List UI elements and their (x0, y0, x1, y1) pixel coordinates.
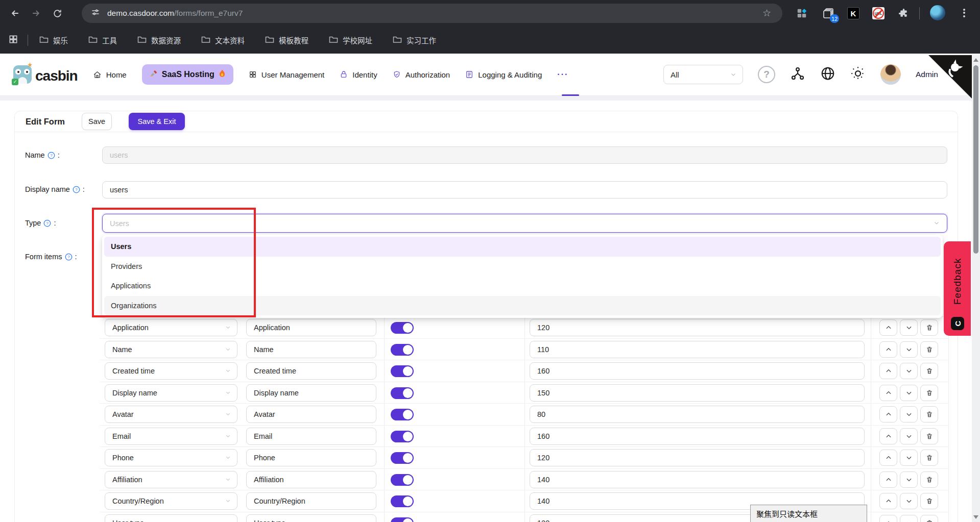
url-blocker-extension-icon[interactable]: URL (871, 6, 886, 20)
delete-button[interactable] (920, 341, 938, 358)
reload-icon[interactable] (49, 5, 65, 21)
question-circle-icon[interactable]: ? (43, 219, 51, 227)
item-name-select[interactable]: Display name (105, 384, 237, 402)
width-input[interactable]: 120 (530, 449, 865, 466)
save-exit-button[interactable]: Save & Exit (129, 113, 185, 130)
nav-item-logging-auditing[interactable]: Logging & Auditing (465, 70, 542, 79)
item-name-select[interactable]: Phone (105, 449, 237, 466)
item-name-select[interactable]: Created time (105, 362, 237, 380)
width-input[interactable]: 80 (530, 406, 865, 423)
width-input[interactable]: 120 (530, 319, 865, 336)
bookmark-folder[interactable]: 工具 (88, 35, 117, 45)
nav-item-user-management[interactable]: User Management (249, 70, 324, 79)
width-input[interactable]: 110 (530, 341, 865, 358)
browser-profile-avatar[interactable] (930, 5, 945, 20)
scroll-down-arrow-icon[interactable] (973, 515, 978, 519)
item-display-name-input[interactable]: Email (246, 428, 376, 445)
move-up-button[interactable] (879, 515, 897, 522)
nav-item-home[interactable]: Home (93, 70, 127, 79)
width-input[interactable]: 160 (530, 428, 865, 445)
item-display-name-input[interactable]: User type (246, 514, 376, 522)
visible-toggle[interactable] (391, 431, 414, 442)
item-display-name-input[interactable]: Name (246, 341, 376, 358)
item-name-select[interactable]: Affiliation (105, 471, 237, 488)
item-name-select[interactable]: Avatar (105, 406, 237, 423)
bookmark-folder[interactable]: 学校网址 (329, 35, 372, 45)
move-down-button[interactable] (900, 385, 918, 401)
item-display-name-input[interactable]: Application (246, 319, 376, 336)
width-input[interactable]: 150 (530, 384, 865, 402)
site-settings-icon[interactable] (91, 8, 100, 19)
address-bar[interactable]: demo.casdoor.com/forms/form_e7urv7 ☆ (82, 4, 782, 23)
delete-button[interactable] (920, 363, 938, 379)
move-down-button[interactable] (900, 471, 918, 488)
question-circle-icon[interactable]: ? (73, 186, 80, 193)
nav-item-authorization[interactable]: Authorization (393, 70, 450, 79)
width-input[interactable]: 140 (530, 471, 865, 488)
visible-toggle[interactable] (391, 365, 414, 377)
display-name-input[interactable] (102, 181, 947, 198)
save-button[interactable]: Save (82, 113, 112, 130)
visible-toggle[interactable] (391, 344, 414, 356)
move-up-button[interactable] (879, 493, 897, 509)
delete-button[interactable] (920, 319, 938, 336)
bookmark-star-icon[interactable]: ☆ (762, 7, 771, 19)
nav-item-identity[interactable]: Identity (340, 70, 377, 79)
move-up-button[interactable] (879, 450, 897, 466)
visible-toggle[interactable] (391, 322, 414, 334)
move-up-button[interactable] (879, 471, 897, 488)
casbin-logo[interactable]: ★ ✓ casbin (13, 65, 78, 84)
delete-button[interactable] (920, 428, 938, 444)
help-icon[interactable]: ? (758, 66, 775, 83)
move-down-button[interactable] (900, 406, 918, 422)
visible-toggle[interactable] (391, 517, 414, 522)
extensions-puzzle-icon[interactable] (896, 6, 911, 20)
item-name-select[interactable]: Name (105, 341, 237, 358)
scrollbar-thumb[interactable] (973, 65, 978, 254)
item-name-select[interactable]: Application (105, 319, 237, 336)
tab-stack-extension-icon[interactable]: 12 (821, 6, 835, 20)
k-extension-icon[interactable]: K (846, 6, 861, 20)
feedback-tab[interactable]: Feedback C (944, 241, 971, 336)
github-corner[interactable] (928, 55, 972, 98)
bookmark-folder[interactable]: 实习工作 (393, 35, 436, 45)
move-up-button[interactable] (879, 428, 897, 444)
forward-icon[interactable] (28, 5, 44, 21)
item-display-name-input[interactable]: Country/Region (246, 492, 376, 510)
move-down-button[interactable] (900, 341, 918, 358)
scroll-up-arrow-icon[interactable] (973, 58, 978, 62)
bookmark-folder[interactable]: 文本资料 (201, 35, 245, 45)
apps-grid-icon[interactable] (8, 34, 18, 46)
globe-icon[interactable] (820, 66, 835, 83)
delete-button[interactable] (920, 450, 938, 466)
move-down-button[interactable] (900, 428, 918, 444)
organization-select[interactable]: All (663, 65, 743, 84)
move-down-button[interactable] (900, 450, 918, 466)
move-down-button[interactable] (900, 493, 918, 509)
move-down-button[interactable] (900, 363, 918, 379)
item-display-name-input[interactable]: Display name (246, 384, 376, 402)
item-name-select[interactable]: Country/Region (105, 492, 237, 510)
delete-button[interactable] (920, 406, 938, 422)
visible-toggle[interactable] (391, 495, 414, 507)
item-name-select[interactable]: Email (105, 428, 237, 445)
nav-item-saas-hosting[interactable]: SaaS Hosting (142, 64, 233, 85)
user-avatar[interactable] (880, 64, 901, 85)
browser-menu-icon[interactable] (963, 7, 965, 18)
move-down-button[interactable] (900, 515, 918, 522)
move-up-button[interactable] (879, 319, 897, 336)
name-input[interactable] (102, 146, 947, 164)
visible-toggle[interactable] (391, 474, 414, 486)
item-display-name-input[interactable]: Affiliation (246, 471, 376, 488)
item-display-name-input[interactable]: Avatar (246, 406, 376, 423)
move-up-button[interactable] (879, 406, 897, 422)
move-down-button[interactable] (900, 319, 918, 336)
back-icon[interactable] (7, 5, 23, 21)
move-up-button[interactable] (879, 385, 897, 401)
item-name-select[interactable]: User type (105, 514, 237, 522)
bookmark-folder[interactable]: 数据资源 (137, 35, 181, 45)
bookmark-folder[interactable]: 模板教程 (265, 35, 308, 45)
nav-item-more[interactable]: ··· (557, 70, 568, 79)
item-display-name-input[interactable]: Phone (246, 449, 376, 466)
bookmark-folder[interactable]: 娱乐 (39, 35, 68, 45)
